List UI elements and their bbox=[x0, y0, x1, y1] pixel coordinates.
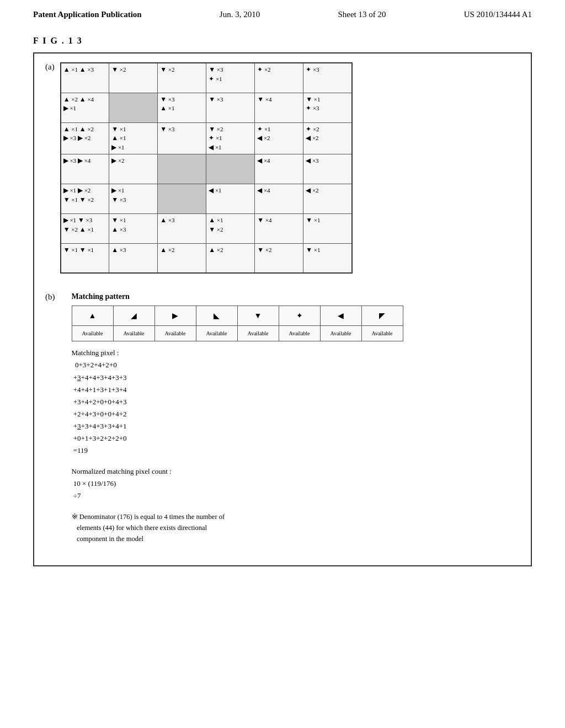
fig-title: F I G . 1 3 bbox=[33, 36, 532, 46]
cell-3-5: ◀ ×3 bbox=[303, 154, 352, 184]
cell-2-3: ▼ ×2✦ ×1◀ ×1 bbox=[206, 122, 255, 154]
header-sheet: Sheet 13 of 20 bbox=[338, 10, 386, 19]
normalized-line1: 10 × (119/176) bbox=[72, 478, 403, 490]
note-line1: ※ Denominator (176) is equal to 4 times … bbox=[72, 511, 403, 522]
available-cell-2: Available bbox=[154, 326, 196, 341]
available-cell-0: Available bbox=[72, 326, 113, 341]
cell-4-4: ◀ ×4 bbox=[255, 184, 303, 213]
cell-1-3: ▼ ×3 bbox=[206, 93, 255, 122]
available-cell-3: Available bbox=[196, 326, 237, 341]
matching-pixel-line3: +4+4+1+3+1+3+4 bbox=[72, 384, 403, 396]
available-cell-5: Available bbox=[279, 326, 320, 341]
table-row: ▲ ×1 ▲ ×3 ▼ ×2 ▼ ×2 ▼ ×3✦ ×1 ✦ ×2 ✦ ×3 bbox=[61, 63, 352, 93]
cell-5-1: ▼ ×1▲ ×3 bbox=[109, 213, 158, 243]
cell-4-1: ▶ ×1▼ ×3 bbox=[109, 184, 158, 213]
matching-pixel-line2: +3+4+4+3+4+3+3 bbox=[72, 372, 403, 384]
cell-4-5: ◀ ×2 bbox=[303, 184, 352, 213]
table-row: ▲ ×2 ▲ ×4▶ ×1 ▼ ×3▲ ×1 ▼ ×3 ▼ ×4 ▼ ×1✦ ×… bbox=[61, 93, 352, 122]
available-cell-6: Available bbox=[320, 326, 361, 341]
available-cell-7: Available bbox=[361, 326, 403, 341]
arrow-cell-4: ▼ bbox=[237, 306, 279, 326]
cell-5-2: ▲ ×3 bbox=[158, 213, 206, 243]
normalized-label: Normalized matching pixel count : bbox=[72, 465, 403, 478]
arrow-cell-3: ◣ bbox=[196, 306, 237, 326]
cell-2-1: ▼ ×1▲ ×1▶ ×1 bbox=[109, 122, 158, 154]
matching-pixel-line5: +2+4+3+0+0+4+2 bbox=[72, 408, 403, 420]
table-row: ▼ ×1 ▼ ×1 ▲ ×3 ▲ ×2 ▲ ×2 ▼ ×2 ▼ ×1 bbox=[61, 243, 352, 273]
table-row: ▶ ×3 ▶ ×4 ▶ ×2 ◀ ×4 ◀ ×3 bbox=[61, 154, 352, 184]
cell-3-1: ▶ ×2 bbox=[109, 154, 158, 184]
header-patent: US 2010/134444 A1 bbox=[464, 10, 532, 19]
header-date: Jun. 3, 2010 bbox=[220, 10, 260, 19]
matching-pixel-line1: 0+3+2+4+2+0 bbox=[72, 359, 403, 371]
cell-6-2: ▲ ×2 bbox=[158, 243, 206, 273]
matching-pixel-line4: +3+4+2+0+0+4+3 bbox=[72, 396, 403, 408]
cell-6-0: ▼ ×1 ▼ ×1 bbox=[61, 243, 109, 273]
note-line2: elements (44) for which there exists dir… bbox=[72, 522, 403, 533]
cell-4-2 bbox=[158, 184, 206, 213]
section-b: (b) Matching pattern ▲ ◢ ▶ ◣ ▼ ✦ ◀ ◤ bbox=[45, 292, 520, 544]
outer-box: (a) ▲ ×1 ▲ ×3 ▼ ×2 ▼ ×2 ▼ ×3✦ ×1 ✦ ×2 ✦ … bbox=[33, 52, 532, 566]
section-a: (a) ▲ ×1 ▲ ×3 ▼ ×2 ▼ ×2 ▼ ×3✦ ×1 ✦ ×2 ✦ … bbox=[45, 62, 520, 274]
available-row: Available Available Available Available … bbox=[72, 326, 403, 341]
available-cell-4: Available bbox=[237, 326, 279, 341]
cell-1-0: ▲ ×2 ▲ ×4▶ ×1 bbox=[61, 93, 109, 122]
main-content: F I G . 1 3 (a) ▲ ×1 ▲ ×3 ▼ ×2 ▼ ×2 ▼ ×3… bbox=[0, 25, 565, 577]
cell-6-4: ▼ ×2 bbox=[255, 243, 303, 273]
arrow-cell-1: ◢ bbox=[113, 306, 154, 326]
cell-4-0: ▶ ×1 ▶ ×2▼ ×1 ▼ ×2 bbox=[61, 184, 109, 213]
cell-2-2: ▼ ×3 bbox=[158, 122, 206, 154]
cell-3-4: ◀ ×4 bbox=[255, 154, 303, 184]
available-cell-1: Available bbox=[113, 326, 154, 341]
matching-pixel-result: =119 bbox=[72, 445, 403, 457]
matching-pixel-line6: +3+3+4+3+3+4+1 bbox=[72, 420, 403, 432]
matching-pattern-title: Matching pattern bbox=[72, 292, 403, 301]
cell-6-5: ▼ ×1 bbox=[303, 243, 352, 273]
cell-3-3 bbox=[206, 154, 255, 184]
section-b-label: (b) bbox=[45, 292, 55, 302]
arrow-cell-5: ✦ bbox=[279, 306, 320, 326]
matching-pixel-block: Matching pixel : 0+3+2+4+2+0 +3+4+4+3+4+… bbox=[72, 347, 403, 457]
cell-2-0: ▲ ×1 ▲ ×2▶ ×3 ▶ ×2 bbox=[61, 122, 109, 154]
cell-5-0: ▶ ×1 ▼ ×3▼ ×2 ▲ ×1 bbox=[61, 213, 109, 243]
arrow-cell-6: ◀ bbox=[320, 306, 361, 326]
cell-3-2 bbox=[158, 154, 206, 184]
matching-pixel-label: Matching pixel : bbox=[72, 347, 403, 359]
section-b-content: Matching pattern ▲ ◢ ▶ ◣ ▼ ✦ ◀ ◤ bbox=[72, 292, 403, 544]
normalized-block: Normalized matching pixel count : 10 × (… bbox=[72, 465, 403, 502]
note-line3: component in the model bbox=[72, 533, 403, 544]
page-header: Patent Application Publication Jun. 3, 2… bbox=[0, 0, 565, 25]
cell-1-1 bbox=[109, 93, 158, 122]
table-row: ▶ ×1 ▶ ×2▼ ×1 ▼ ×2 ▶ ×1▼ ×3 ◀ ×1 ◀ ×4 ◀ … bbox=[61, 184, 352, 213]
cell-6-3: ▲ ×2 bbox=[206, 243, 255, 273]
cell-5-4: ▼ ×4 bbox=[255, 213, 303, 243]
cell-1-4: ▼ ×4 bbox=[255, 93, 303, 122]
cell-0-3: ▼ ×3✦ ×1 bbox=[206, 63, 255, 93]
grid-table: ▲ ×1 ▲ ×3 ▼ ×2 ▼ ×2 ▼ ×3✦ ×1 ✦ ×2 ✦ ×3 ▲… bbox=[60, 62, 353, 274]
note-block: ※ Denominator (176) is equal to 4 times … bbox=[72, 511, 403, 544]
cell-3-0: ▶ ×3 ▶ ×4 bbox=[61, 154, 109, 184]
cell-1-2: ▼ ×3▲ ×1 bbox=[158, 93, 206, 122]
cell-6-1: ▲ ×3 bbox=[109, 243, 158, 273]
table-row: ▶ ×1 ▼ ×3▼ ×2 ▲ ×1 ▼ ×1▲ ×3 ▲ ×3 ▲ ×1▼ ×… bbox=[61, 213, 352, 243]
pattern-table: ▲ ◢ ▶ ◣ ▼ ✦ ◀ ◤ Available Available bbox=[72, 306, 403, 341]
cell-5-3: ▲ ×1▼ ×2 bbox=[206, 213, 255, 243]
section-a-label: (a) bbox=[45, 62, 55, 72]
arrow-row: ▲ ◢ ▶ ◣ ▼ ✦ ◀ ◤ bbox=[72, 306, 403, 326]
header-publication: Patent Application Publication bbox=[33, 10, 142, 19]
cell-4-3: ◀ ×1 bbox=[206, 184, 255, 213]
cell-1-5: ▼ ×1✦ ×3 bbox=[303, 93, 352, 122]
arrow-cell-0: ▲ bbox=[72, 306, 113, 326]
normalized-line2: ÷7 bbox=[72, 490, 403, 502]
cell-0-0: ▲ ×1 ▲ ×3 bbox=[61, 63, 109, 93]
cell-2-4: ✦ ×1◀ ×2 bbox=[255, 122, 303, 154]
cell-0-5: ✦ ×3 bbox=[303, 63, 352, 93]
cell-0-1: ▼ ×2 bbox=[109, 63, 158, 93]
arrow-cell-7: ◤ bbox=[361, 306, 403, 326]
cell-5-5: ▼ ×1 bbox=[303, 213, 352, 243]
cell-2-5: ✦ ×2◀ ×2 bbox=[303, 122, 352, 154]
table-row: ▲ ×1 ▲ ×2▶ ×3 ▶ ×2 ▼ ×1▲ ×1▶ ×1 ▼ ×3 ▼ ×… bbox=[61, 122, 352, 154]
cell-0-2: ▼ ×2 bbox=[158, 63, 206, 93]
matching-pixel-line7: +0+1+3+2+2+2+0 bbox=[72, 432, 403, 445]
cell-0-4: ✦ ×2 bbox=[255, 63, 303, 93]
